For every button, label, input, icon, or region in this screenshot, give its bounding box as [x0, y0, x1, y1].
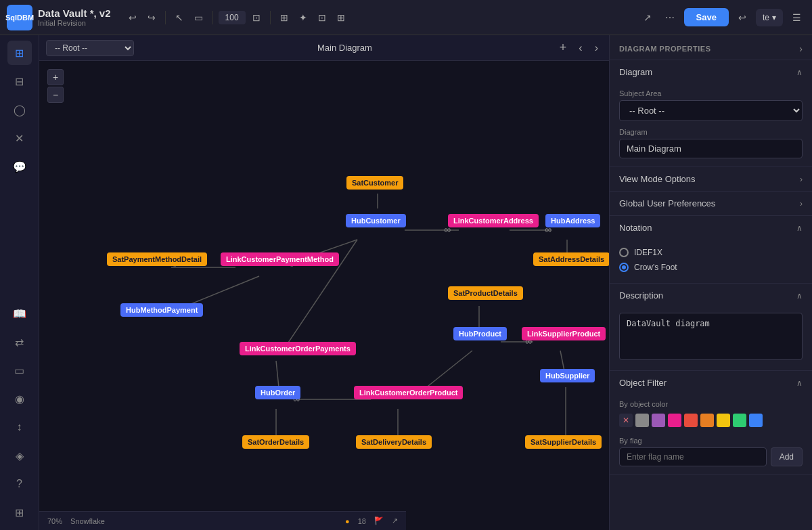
sidebar-item-docs[interactable]: 📖 — [7, 301, 32, 326]
node-sat-customer[interactable]: SatCustomer — [346, 176, 403, 190]
node-link-customer-payment[interactable]: LinkCustomerPaymentMethod — [221, 252, 339, 266]
app-container: SqlDBM Data Vault *, v2 Initial Revision… — [0, 0, 812, 530]
node-link-customer-address[interactable]: LinkCustomerAddress — [448, 214, 539, 227]
save-button[interactable]: Save — [684, 8, 729, 26]
node-hub-customer[interactable]: HubCustomer — [346, 214, 406, 227]
node-hub-product[interactable]: HubProduct — [453, 327, 507, 340]
color-dot-purple[interactable] — [652, 414, 665, 427]
color-dot-blue[interactable] — [749, 414, 763, 427]
node-sat-supplier-details[interactable]: SatSupplierDetails — [525, 435, 602, 449]
next-diagram-button[interactable]: › — [591, 41, 602, 56]
color-dot-yellow[interactable] — [717, 414, 730, 427]
subject-area-dropdown[interactable]: -- Root -- — [619, 100, 803, 121]
zoom-in-button[interactable]: + — [47, 69, 64, 85]
notation-crows-foot-label: Crow's Foot — [634, 263, 677, 272]
select-tool-button[interactable]: ↖ — [171, 9, 187, 26]
node-hub-supplier[interactable]: HubSupplier — [540, 369, 595, 382]
diagram-name-input[interactable] — [619, 139, 803, 158]
notation-crows-foot[interactable]: Crow's Foot — [619, 260, 803, 275]
section-object-filter: Object Filter ∧ By object color ✕ — [610, 371, 812, 475]
section-object-filter-header[interactable]: Object Filter ∧ — [610, 371, 812, 395]
sidebar-item-object[interactable]: ▭ — [7, 358, 32, 382]
diagram-field-label: Diagram — [619, 128, 803, 136]
add-flag-button[interactable]: Add — [771, 447, 803, 466]
prev-diagram-button[interactable]: ‹ — [574, 41, 586, 56]
export-button[interactable]: ↗ — [639, 9, 656, 26]
redo-button[interactable]: ↪ — [143, 9, 160, 26]
color-dot-green[interactable] — [733, 414, 746, 427]
node-link-customer-order-product[interactable]: LinkCustomerOrderProduct — [354, 386, 463, 399]
color-dot-pink[interactable] — [668, 414, 681, 427]
section-object-filter-arrow: ∧ — [796, 378, 803, 388]
section-description-header[interactable]: Description ∧ — [610, 284, 812, 307]
history-button[interactable]: ↩ — [734, 9, 750, 26]
section-view-mode-header[interactable]: View Mode Options › — [610, 167, 812, 191]
subject-area-select[interactable]: -- Root -- — [46, 40, 134, 56]
sidebar-item-migration[interactable]: ↕ — [7, 415, 32, 439]
flag-input[interactable] — [619, 447, 767, 466]
node-link-supplier-product[interactable]: LinkSupplierProduct — [522, 327, 606, 340]
section-description-arrow: ∧ — [796, 291, 803, 301]
panel-close-button[interactable]: › — [799, 43, 803, 54]
node-sat-delivery-details[interactable]: SatDeliveryDetails — [356, 435, 432, 449]
left-sidebar: ⊞ ⊟ ◯ ✕ 💬 📖 ⇄ ▭ ◉ ↕ ◈ ? ⊞ — [0, 35, 39, 530]
sidebar-item-grid[interactable]: ⊞ — [7, 500, 32, 525]
zoom-out-button[interactable]: − — [47, 87, 64, 103]
logo-button[interactable]: SqlDBM — [7, 5, 32, 30]
user-button[interactable]: te ▾ — [756, 9, 783, 26]
sidebar-item-transform[interactable]: ✕ — [7, 126, 32, 150]
node-sat-order-details[interactable]: SatOrderDetails — [242, 435, 309, 449]
section-diagram-content: Subject Area -- Root -- Diagram — [610, 84, 812, 167]
connection-button[interactable]: ✦ — [295, 9, 311, 26]
fit-view-button[interactable]: ⊡ — [248, 9, 265, 26]
diagram-canvas[interactable]: + − — [39, 61, 609, 530]
node-sat-payment-method[interactable]: SatPaymentMethodDetail — [107, 252, 207, 266]
grid-button[interactable]: ⊞ — [276, 9, 292, 26]
menu-button[interactable]: ☰ — [788, 9, 805, 26]
toolbar-icons: ↩ ↪ ↖ ▭ 100 ⊡ ⊞ ✦ ⊡ ⊞ — [125, 9, 349, 26]
canvas: + − — [39, 61, 609, 530]
node-hub-address[interactable]: HubAddress — [545, 214, 600, 227]
bottom-bar: 70% Snowflake ● 18 🚩 ↗ — [39, 511, 406, 530]
sidebar-item-help[interactable]: ? — [7, 472, 32, 496]
node-hub-method-payment[interactable]: HubMethodPayment — [120, 303, 203, 317]
section-object-filter-title: Object Filter — [619, 378, 667, 388]
section-global-prefs: Global User Preferences › — [610, 192, 812, 216]
sidebar-item-compare[interactable]: ⇄ — [7, 330, 32, 354]
rect-tool-button[interactable]: ▭ — [190, 9, 207, 26]
sidebar-item-comment[interactable]: 💬 — [7, 154, 32, 179]
toolbar-sep-1 — [165, 11, 166, 24]
sidebar-item-diagram[interactable]: ⊞ — [7, 41, 32, 65]
sidebar-item-table[interactable]: ⊟ — [7, 69, 32, 93]
add-diagram-button[interactable]: + — [556, 39, 571, 56]
sidebar-item-db[interactable]: ◉ — [7, 387, 32, 411]
section-description: Description ∧ DataVault diagram — [610, 284, 812, 371]
sidebar-item-layers[interactable]: ◈ — [7, 443, 32, 468]
node-link-customer-order[interactable]: LinkCustomerOrderPayments — [240, 342, 356, 355]
subject-area-label: Subject Area — [619, 89, 803, 97]
section-global-prefs-header[interactable]: Global User Preferences › — [610, 192, 812, 215]
section-diagram-header[interactable]: Diagram ∧ — [610, 60, 812, 84]
flag-row: Add — [619, 447, 803, 466]
title-section: Data Vault *, v2 Initial Revision — [38, 7, 111, 27]
color-dot-gray[interactable] — [635, 414, 649, 427]
node-sat-product-details[interactable]: SatProductDetails — [448, 286, 523, 300]
sidebar-item-database[interactable]: ◯ — [7, 97, 32, 122]
section-notation-header[interactable]: Notation ∧ — [610, 216, 812, 240]
notation-idef1x[interactable]: IDEF1X — [619, 245, 803, 260]
diagram-name: Main Diagram — [138, 43, 551, 53]
node-sat-address-details[interactable]: SatAddressDetails — [533, 252, 609, 266]
description-textarea[interactable]: DataVault diagram — [619, 313, 803, 360]
color-dot-orange[interactable] — [700, 414, 714, 427]
color-x-button[interactable]: ✕ — [619, 414, 633, 427]
share-button[interactable]: ⋯ — [661, 9, 679, 26]
right-panel: DIAGRAM PROPERTIES › Diagram ∧ Subject A… — [609, 35, 812, 530]
radio-crows-foot[interactable] — [619, 263, 629, 272]
rearrange-button[interactable]: ⊞ — [333, 9, 349, 26]
zoom-controls: + − — [47, 69, 64, 103]
color-dot-red[interactable] — [684, 414, 698, 427]
layout-button[interactable]: ⊡ — [314, 9, 330, 26]
node-hub-order[interactable]: HubOrder — [255, 386, 300, 399]
radio-idef1x[interactable] — [619, 248, 629, 257]
undo-button[interactable]: ↩ — [125, 9, 141, 26]
